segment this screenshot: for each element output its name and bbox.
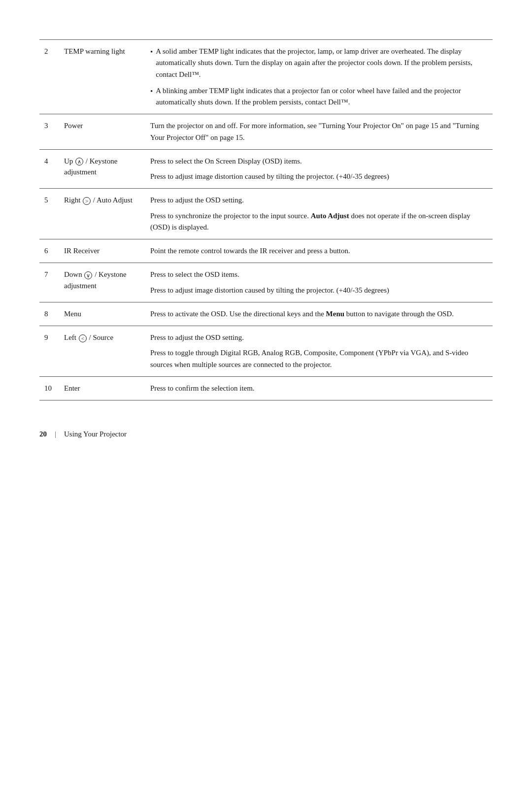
bullet-icon: • (150, 46, 153, 80)
desc-paragraph: Press to select the On Screen Display (O… (150, 156, 488, 167)
row-number: 9 (39, 326, 59, 377)
desc-paragraph: Press to adjust image distortion caused … (150, 285, 488, 296)
left-circle-icon: < (79, 334, 87, 342)
desc-paragraph: Press to select the OSD items. (150, 269, 488, 280)
footer-title: Using Your Projector (64, 430, 127, 438)
row-description: Press to activate the OSD. Use the direc… (145, 302, 493, 326)
bullet-icon: • (150, 86, 153, 108)
page-number: 20 (39, 430, 47, 438)
row-number: 7 (39, 263, 59, 302)
row-number: 3 (39, 114, 59, 150)
row-number: 10 (39, 376, 59, 400)
row-label: IR Receiver (59, 239, 145, 263)
row-description: Press to adjust the OSD setting. Press t… (145, 189, 493, 239)
row-label: Menu (59, 302, 145, 326)
table-row: 5 Right > / Auto Adjust Press to adjust … (39, 189, 493, 239)
row-label: Down ∨ / Keystone adjustment (59, 263, 145, 302)
row-description: Press to select the On Screen Display (O… (145, 149, 493, 189)
table-row: 10 Enter Press to confirm the selection … (39, 376, 493, 400)
row-label: Up ∧ / Keystone adjustment (59, 149, 145, 189)
bold-text: Auto Adjust (311, 212, 349, 220)
table-row: 3 Power Turn the projector on and off. F… (39, 114, 493, 150)
desc-paragraph: Press to adjust the OSD setting. (150, 195, 488, 206)
row-label: Enter (59, 376, 145, 400)
row-number: 2 (39, 40, 59, 114)
row-description: Press to select the OSD items. Press to … (145, 263, 493, 302)
bullet-text: A blinking amber TEMP light indicates th… (156, 85, 488, 108)
footer-separator: | (55, 430, 56, 438)
row-label: Right > / Auto Adjust (59, 189, 145, 239)
desc-paragraph: Press to synchronize the projector to th… (150, 210, 488, 233)
row-description: Press to confirm the selection item. (145, 376, 493, 400)
row-description: • A solid amber TEMP light indicates tha… (145, 40, 493, 114)
footer: 20 | Using Your Projector (39, 430, 493, 438)
row-description: Point the remote control towards the IR … (145, 239, 493, 263)
row-number: 4 (39, 149, 59, 189)
table-row: 7 Down ∨ / Keystone adjustment Press to … (39, 263, 493, 302)
table-row: 4 Up ∧ / Keystone adjustment Press to se… (39, 149, 493, 189)
page-container: 2 TEMP warning light • A solid amber TEM… (39, 39, 493, 438)
main-table: 2 TEMP warning light • A solid amber TEM… (39, 39, 493, 400)
table-row: 9 Left < / Source Press to adjust the OS… (39, 326, 493, 377)
desc-paragraph: Press to adjust image distortion caused … (150, 171, 488, 182)
row-label: Power (59, 114, 145, 150)
row-number: 5 (39, 189, 59, 239)
row-number: 8 (39, 302, 59, 326)
row-number: 6 (39, 239, 59, 263)
bullet-text: A solid amber TEMP light indicates that … (156, 46, 488, 80)
table-row: 8 Menu Press to activate the OSD. Use th… (39, 302, 493, 326)
down-circle-icon: ∨ (84, 271, 92, 279)
row-label: Left < / Source (59, 326, 145, 377)
right-circle-icon: > (83, 197, 91, 205)
desc-paragraph: Press to toggle through Digital RGB, Ana… (150, 347, 488, 370)
row-description: Turn the projector on and off. For more … (145, 114, 493, 150)
bold-text: Menu (326, 310, 345, 318)
desc-paragraph: Press to adjust the OSD setting. (150, 332, 488, 343)
up-circle-icon: ∧ (75, 158, 83, 166)
table-row: 2 TEMP warning light • A solid amber TEM… (39, 40, 493, 114)
row-label: TEMP warning light (59, 40, 145, 114)
row-description: Press to adjust the OSD setting. Press t… (145, 326, 493, 377)
table-row: 6 IR Receiver Point the remote control t… (39, 239, 493, 263)
